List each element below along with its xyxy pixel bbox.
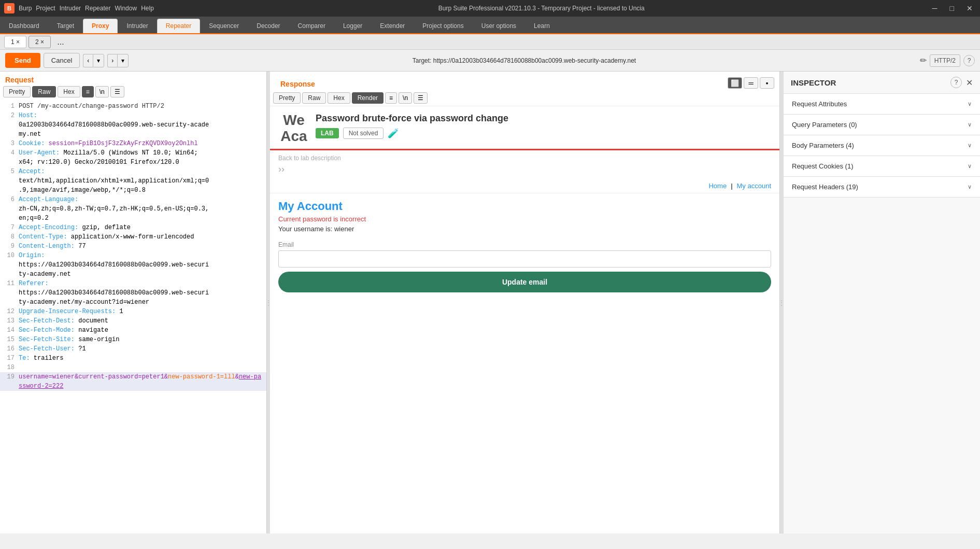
tab-target[interactable]: Target [48, 19, 83, 33]
lab-logo: We Aca [278, 112, 309, 145]
request-view-tabs: Pretty Raw Hex ≡ \n ☰ [0, 86, 266, 100]
lab-header: We Aca Password brute-force via password… [270, 106, 779, 149]
titlebar-left: B Burp Project Intruder Repeater Window … [4, 3, 154, 13]
request-tab-raw[interactable]: Raw [32, 86, 56, 97]
my-account-title: My Account [270, 193, 779, 215]
inspector-section-cookies: Request Cookies (1) ∨ [784, 156, 980, 177]
request-cookies-header[interactable]: Request Cookies (1) ∨ [784, 156, 980, 176]
repeater-tab-more[interactable]: … [53, 36, 68, 48]
code-line-params: 19 username=wiener&current-password=pete… [0, 372, 266, 391]
request-tab-pretty[interactable]: Pretty [3, 86, 31, 97]
tab-logger[interactable]: Logger [334, 19, 371, 33]
view-mode-vertical[interactable]: ▪ [760, 77, 774, 89]
response-icon-newline[interactable]: \n [399, 92, 412, 104]
code-line: 1 POST /my-account/change-password HTTP/… [0, 102, 266, 111]
tab-proxy[interactable]: Proxy [83, 19, 118, 33]
nav-back-button[interactable]: ‹ [83, 54, 93, 67]
inspector-section-headers: Request Headers (19) ∨ [784, 177, 980, 198]
menu-burp[interactable]: Burp [19, 5, 32, 12]
request-panel-title: Request [0, 72, 266, 86]
update-email-button[interactable]: Update email [278, 272, 771, 292]
nav-forward-button[interactable]: › [107, 54, 117, 67]
close-button[interactable]: ✕ [963, 3, 976, 13]
code-line: https://0a12003b034664d78160088b00ac0099… [0, 260, 266, 270]
response-panel-title: Response [275, 76, 320, 90]
menu-repeater[interactable]: Repeater [85, 5, 110, 12]
nav-forward-group: › ▾ [107, 54, 129, 67]
tab-repeater[interactable]: Repeater [157, 19, 200, 33]
request-headers-header[interactable]: Request Headers (19) ∨ [784, 177, 980, 197]
view-mode-horizontal[interactable]: ═ [744, 77, 758, 89]
tab-intruder[interactable]: Intruder [118, 19, 157, 33]
response-icon-more[interactable]: ☰ [414, 92, 428, 104]
query-params-header[interactable]: Query Parameters (0) ∨ [784, 115, 980, 135]
cancel-button[interactable]: Cancel [44, 53, 80, 68]
response-tab-raw[interactable]: Raw [302, 92, 326, 104]
edit-target-icon[interactable]: ✏ [920, 55, 927, 65]
tab-user-options[interactable]: User options [473, 19, 525, 33]
request-icon-newline[interactable]: \n [95, 86, 109, 97]
inspector-section-query-params: Query Parameters (0) ∨ [784, 115, 980, 135]
home-link[interactable]: Home [708, 182, 727, 190]
response-tab-pretty[interactable]: Pretty [273, 92, 301, 104]
http-help-button[interactable]: ? [963, 55, 975, 66]
nav-back-dropdown[interactable]: ▾ [93, 54, 104, 67]
request-icon-more[interactable]: ☰ [110, 86, 124, 97]
code-line: 5 Accept: [0, 167, 266, 176]
repeater-tab-1[interactable]: 1 × [4, 36, 26, 48]
send-button[interactable]: Send [5, 53, 40, 68]
back-to-lab-link[interactable]: Back to lab description [270, 152, 779, 164]
my-account-link[interactable]: My account [737, 182, 771, 190]
tab-comparer[interactable]: Comparer [289, 19, 334, 33]
body-params-header[interactable]: Body Parameters (4) ∨ [784, 135, 980, 156]
request-headers-chevron: ∨ [968, 184, 972, 190]
tab-decoder[interactable]: Decoder [248, 19, 289, 33]
query-params-label: Query Parameters (0) [792, 121, 857, 129]
request-icon-list[interactable]: ≡ [82, 86, 94, 97]
tab-sequencer[interactable]: Sequencer [200, 19, 248, 33]
response-tab-hex[interactable]: Hex [328, 92, 350, 104]
minimize-button[interactable]: ─ [929, 3, 941, 13]
menu-intruder[interactable]: Intruder [60, 5, 81, 12]
request-toolbar: Send Cancel ‹ ▾ › ▾ Target: https://0a12… [0, 50, 980, 72]
request-headers-label: Request Headers (19) [792, 183, 858, 191]
request-panel: Request Pretty Raw Hex ≡ \n ☰ 1 POST /my… [0, 72, 267, 533]
tab-learn[interactable]: Learn [525, 19, 559, 33]
inspector-close-icon[interactable]: ✕ [966, 78, 973, 88]
code-line: 16 Sec-Fetch-User: ?1 [0, 344, 266, 354]
repeater-tab-2[interactable]: 2 × [29, 36, 51, 48]
code-line: 6 Accept-Language: [0, 195, 266, 204]
code-line: 2 Host: [0, 111, 266, 120]
code-line: x64; rv:120.0) Gecko/20100101 Firefox/12… [0, 158, 266, 167]
code-line: 12 Upgrade-Insecure-Requests: 1 [0, 307, 266, 316]
tab-dashboard[interactable]: Dashboard [0, 19, 48, 33]
response-icon-filter[interactable]: ≡ [385, 92, 397, 104]
response-tab-render[interactable]: Render [352, 92, 384, 104]
request-attributes-header[interactable]: Request Attributes ∨ [784, 94, 980, 114]
query-params-chevron: ∨ [968, 121, 972, 128]
inspector-title: INSPECTOR [791, 78, 836, 87]
response-panel: Response ⬜ ═ ▪ Pretty Raw Hex Render ≡ \… [270, 72, 780, 533]
request-attributes-label: Request Attributes [792, 100, 847, 108]
chevron-right-icon: ›› [270, 164, 779, 179]
code-line: https://0a12003b034664d78160088b00ac0099… [0, 288, 266, 298]
menu-project[interactable]: Project [36, 5, 55, 12]
code-line: 14 Sec-Fetch-Mode: navigate [0, 326, 266, 335]
body-params-label: Body Parameters (4) [792, 142, 854, 149]
email-input[interactable] [278, 250, 771, 268]
request-code-area[interactable]: 1 POST /my-account/change-password HTTP/… [0, 100, 266, 533]
tab-project-options[interactable]: Project options [414, 19, 472, 33]
menu-help[interactable]: Help [141, 5, 154, 12]
target-url: Target: https://0a12003b034664d78160088b… [132, 57, 916, 64]
menu-window[interactable]: Window [115, 5, 137, 12]
request-tab-hex[interactable]: Hex [58, 86, 80, 97]
view-mode-split[interactable]: ⬜ [728, 77, 742, 89]
maximize-button[interactable]: □ [947, 3, 957, 13]
response-view-tabs: Pretty Raw Hex Render ≡ \n ☰ [270, 92, 779, 106]
code-line: text/html,application/xhtml+xml,applicat… [0, 176, 266, 186]
red-divider [270, 149, 779, 150]
nav-forward-dropdown[interactable]: ▾ [117, 54, 129, 67]
code-line: 15 Sec-Fetch-Site: same-origin [0, 335, 266, 344]
tab-extender[interactable]: Extender [371, 19, 414, 33]
inspector-help-button[interactable]: ? [950, 77, 962, 88]
